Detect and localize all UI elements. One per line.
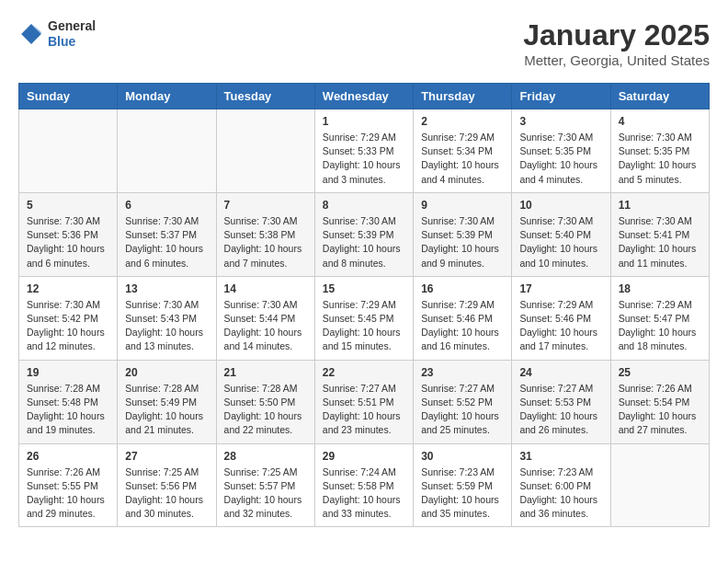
day-number: 13 [125, 282, 208, 295]
day-detail: Sunrise: 7:28 AM Sunset: 5:48 PM Dayligh… [27, 382, 109, 438]
day-number: 30 [421, 450, 504, 463]
calendar-cell: 19Sunrise: 7:28 AM Sunset: 5:48 PM Dayli… [19, 360, 118, 443]
day-detail: Sunrise: 7:27 AM Sunset: 5:53 PM Dayligh… [519, 382, 602, 438]
day-number: 2 [421, 115, 504, 128]
day-number: 6 [125, 199, 208, 212]
calendar-cell [118, 109, 216, 193]
day-number: 4 [619, 115, 701, 128]
calendar-cell: 2Sunrise: 7:29 AM Sunset: 5:34 PM Daylig… [414, 109, 512, 193]
calendar-cell [216, 109, 314, 193]
day-detail: Sunrise: 7:30 AM Sunset: 5:41 PM Dayligh… [619, 214, 701, 270]
calendar-cell: 5Sunrise: 7:30 AM Sunset: 5:36 PM Daylig… [19, 192, 118, 276]
calendar-cell: 3Sunrise: 7:30 AM Sunset: 5:35 PM Daylig… [512, 109, 610, 193]
day-number: 31 [519, 450, 602, 463]
calendar-cell: 17Sunrise: 7:29 AM Sunset: 5:46 PM Dayli… [512, 276, 610, 360]
calendar-body: 1Sunrise: 7:29 AM Sunset: 5:33 PM Daylig… [19, 109, 710, 527]
day-number: 28 [224, 450, 307, 463]
calendar-weekday-wednesday: Wednesday [314, 84, 413, 109]
day-detail: Sunrise: 7:30 AM Sunset: 5:37 PM Dayligh… [125, 214, 208, 270]
day-number: 5 [27, 199, 109, 212]
day-number: 7 [224, 199, 307, 212]
day-detail: Sunrise: 7:30 AM Sunset: 5:38 PM Dayligh… [224, 214, 307, 270]
day-detail: Sunrise: 7:27 AM Sunset: 5:52 PM Dayligh… [421, 382, 504, 438]
day-number: 10 [519, 199, 602, 212]
calendar-cell: 14Sunrise: 7:30 AM Sunset: 5:44 PM Dayli… [216, 276, 314, 360]
calendar-cell: 12Sunrise: 7:30 AM Sunset: 5:42 PM Dayli… [19, 276, 118, 360]
day-number: 26 [27, 450, 109, 463]
day-detail: Sunrise: 7:30 AM Sunset: 5:42 PM Dayligh… [27, 298, 109, 354]
svg-marker-0 [21, 24, 41, 44]
day-detail: Sunrise: 7:27 AM Sunset: 5:51 PM Dayligh… [323, 382, 405, 438]
calendar-cell: 11Sunrise: 7:30 AM Sunset: 5:41 PM Dayli… [610, 192, 709, 276]
day-number: 16 [421, 282, 504, 295]
calendar-weekday-thursday: Thursday [414, 84, 512, 109]
calendar-weekday-saturday: Saturday [610, 84, 709, 109]
calendar-weekday-monday: Monday [118, 84, 216, 109]
day-detail: Sunrise: 7:29 AM Sunset: 5:47 PM Dayligh… [619, 298, 701, 354]
day-number: 8 [323, 199, 405, 212]
day-number: 25 [619, 366, 701, 379]
day-detail: Sunrise: 7:30 AM Sunset: 5:35 PM Dayligh… [519, 131, 602, 187]
day-number: 22 [323, 366, 405, 379]
day-detail: Sunrise: 7:30 AM Sunset: 5:39 PM Dayligh… [421, 214, 504, 270]
day-detail: Sunrise: 7:30 AM Sunset: 5:44 PM Dayligh… [224, 298, 307, 354]
calendar-cell: 28Sunrise: 7:25 AM Sunset: 5:57 PM Dayli… [216, 443, 314, 527]
day-detail: Sunrise: 7:26 AM Sunset: 5:54 PM Dayligh… [619, 382, 701, 438]
calendar-header-row: SundayMondayTuesdayWednesdayThursdayFrid… [19, 84, 710, 109]
calendar-cell [19, 109, 118, 193]
calendar-cell: 22Sunrise: 7:27 AM Sunset: 5:51 PM Dayli… [314, 360, 413, 443]
logo-text-top: General [48, 18, 96, 34]
calendar-cell: 6Sunrise: 7:30 AM Sunset: 5:37 PM Daylig… [118, 192, 216, 276]
calendar-cell [610, 443, 709, 527]
calendar-cell: 13Sunrise: 7:30 AM Sunset: 5:43 PM Dayli… [118, 276, 216, 360]
calendar-cell: 24Sunrise: 7:27 AM Sunset: 5:53 PM Dayli… [512, 360, 610, 443]
calendar-weekday-friday: Friday [512, 84, 610, 109]
day-number: 9 [421, 199, 504, 212]
page-subtitle: Metter, Georgia, United States [523, 52, 710, 68]
calendar-cell: 30Sunrise: 7:23 AM Sunset: 5:59 PM Dayli… [414, 443, 512, 527]
calendar-header: SundayMondayTuesdayWednesdayThursdayFrid… [19, 84, 710, 109]
calendar-cell: 4Sunrise: 7:30 AM Sunset: 5:35 PM Daylig… [610, 109, 709, 193]
day-number: 21 [224, 366, 307, 379]
logo-text: General Blue [48, 18, 96, 50]
day-detail: Sunrise: 7:28 AM Sunset: 5:49 PM Dayligh… [125, 382, 208, 438]
day-detail: Sunrise: 7:29 AM Sunset: 5:45 PM Dayligh… [323, 298, 405, 354]
day-number: 29 [323, 450, 405, 463]
day-detail: Sunrise: 7:29 AM Sunset: 5:33 PM Dayligh… [323, 131, 405, 187]
calendar-cell: 16Sunrise: 7:29 AM Sunset: 5:46 PM Dayli… [414, 276, 512, 360]
calendar-week-row: 12Sunrise: 7:30 AM Sunset: 5:42 PM Dayli… [19, 276, 710, 360]
day-number: 27 [125, 450, 208, 463]
calendar-cell: 7Sunrise: 7:30 AM Sunset: 5:38 PM Daylig… [216, 192, 314, 276]
day-detail: Sunrise: 7:25 AM Sunset: 5:57 PM Dayligh… [224, 465, 307, 522]
day-detail: Sunrise: 7:23 AM Sunset: 5:59 PM Dayligh… [421, 465, 504, 522]
calendar-cell: 26Sunrise: 7:26 AM Sunset: 5:55 PM Dayli… [19, 443, 118, 527]
day-number: 1 [323, 115, 405, 128]
day-number: 12 [27, 282, 109, 295]
calendar-week-row: 1Sunrise: 7:29 AM Sunset: 5:33 PM Daylig… [19, 109, 710, 193]
day-detail: Sunrise: 7:30 AM Sunset: 5:40 PM Dayligh… [519, 214, 602, 270]
logo-icon [18, 21, 44, 47]
calendar-cell: 10Sunrise: 7:30 AM Sunset: 5:40 PM Dayli… [512, 192, 610, 276]
day-number: 11 [619, 199, 701, 212]
calendar-week-row: 19Sunrise: 7:28 AM Sunset: 5:48 PM Dayli… [19, 360, 710, 443]
day-detail: Sunrise: 7:29 AM Sunset: 5:34 PM Dayligh… [421, 131, 504, 187]
day-number: 18 [619, 282, 701, 295]
day-detail: Sunrise: 7:26 AM Sunset: 5:55 PM Dayligh… [27, 465, 109, 522]
calendar-cell: 27Sunrise: 7:25 AM Sunset: 5:56 PM Dayli… [118, 443, 216, 527]
page-header: General Blue January 2025 Metter, Georgi… [18, 18, 710, 68]
day-number: 15 [323, 282, 405, 295]
day-number: 14 [224, 282, 307, 295]
calendar-cell: 29Sunrise: 7:24 AM Sunset: 5:58 PM Dayli… [314, 443, 413, 527]
day-detail: Sunrise: 7:30 AM Sunset: 5:36 PM Dayligh… [27, 214, 109, 270]
calendar-weekday-sunday: Sunday [19, 84, 118, 109]
day-detail: Sunrise: 7:25 AM Sunset: 5:56 PM Dayligh… [125, 465, 208, 522]
calendar-weekday-tuesday: Tuesday [216, 84, 314, 109]
calendar-cell: 21Sunrise: 7:28 AM Sunset: 5:50 PM Dayli… [216, 360, 314, 443]
calendar-cell: 31Sunrise: 7:23 AM Sunset: 6:00 PM Dayli… [512, 443, 610, 527]
day-detail: Sunrise: 7:28 AM Sunset: 5:50 PM Dayligh… [224, 382, 307, 438]
calendar-cell: 15Sunrise: 7:29 AM Sunset: 5:45 PM Dayli… [314, 276, 413, 360]
day-number: 23 [421, 366, 504, 379]
title-block: January 2025 Metter, Georgia, United Sta… [523, 18, 710, 68]
calendar-cell: 1Sunrise: 7:29 AM Sunset: 5:33 PM Daylig… [314, 109, 413, 193]
day-number: 24 [519, 366, 602, 379]
